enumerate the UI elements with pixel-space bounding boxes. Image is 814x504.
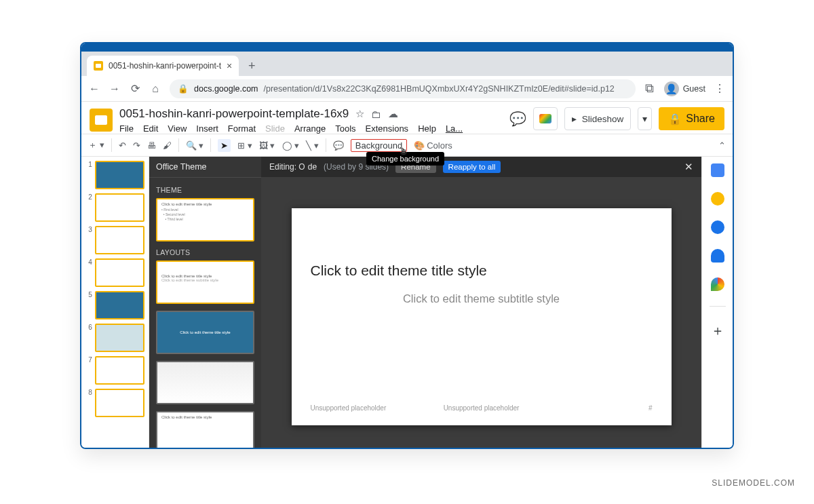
reload-icon[interactable]: ⟳ bbox=[129, 82, 141, 95]
footer-placeholder-left[interactable]: Unsupported placeholder bbox=[311, 404, 387, 412]
menu-insert[interactable]: Insert bbox=[196, 123, 218, 134]
maps-icon[interactable] bbox=[711, 277, 724, 291]
profile-chip[interactable]: 👤 Guest bbox=[664, 81, 705, 96]
avatar-icon: 👤 bbox=[664, 81, 679, 96]
format-toolbar: ＋ ▾ ↶ ↷ 🖶 🖌 🔍 ▾ ➤ ⊞ ▾ 🖼 ▾ ◯ ▾ ╲ ▾ 💬 Back… bbox=[81, 134, 733, 157]
doc-header: 0051-hoshin-kanri-powerpoint-template-16… bbox=[81, 102, 733, 134]
browser-tab[interactable]: 0051-hoshin-kanri-powerpoint-t × bbox=[87, 56, 239, 76]
master-thumb[interactable]: Click to edit theme title style • First … bbox=[156, 198, 254, 241]
undo-icon[interactable]: ↶ bbox=[119, 140, 126, 151]
new-tab-button[interactable]: + bbox=[243, 57, 260, 75]
layout-thumb[interactable]: Click to edit theme title style Click to… bbox=[156, 260, 254, 304]
theme-panel: Office Theme THEME Click to edit theme t… bbox=[149, 157, 261, 449]
keep-icon[interactable] bbox=[711, 192, 724, 206]
menu-tools[interactable]: Tools bbox=[335, 123, 355, 134]
editing-label-suffix: de bbox=[308, 162, 317, 172]
minimize-icon[interactable]: — bbox=[745, 46, 753, 57]
layout-thumb[interactable]: Click to edit theme title style bbox=[156, 311, 254, 354]
browser-toolbar: ← → ⟳ ⌂ 🔒 docs.google.com /presentation/… bbox=[81, 76, 733, 102]
slideshow-button[interactable]: ▸ Slideshow bbox=[564, 107, 632, 130]
textbox-tool-icon[interactable]: ⊞ ▾ bbox=[237, 140, 252, 151]
line-tool-icon[interactable]: ╲ ▾ bbox=[306, 140, 319, 151]
menu-edit[interactable]: Edit bbox=[143, 123, 158, 134]
menu-format[interactable]: Format bbox=[228, 123, 256, 134]
subtitle-placeholder[interactable]: Click to edit theme subtitle style bbox=[311, 292, 653, 305]
menu-bar: File Edit View Insert Format Slide Arran… bbox=[119, 123, 503, 134]
menu-arrange[interactable]: Arrange bbox=[294, 123, 326, 134]
theme-panel-title: Office Theme bbox=[149, 157, 261, 178]
back-icon[interactable]: ← bbox=[88, 83, 100, 95]
footer-placeholder-center[interactable]: Unsupported placeholder bbox=[444, 404, 520, 412]
menu-file[interactable]: File bbox=[119, 123, 134, 134]
browser-window: 0051-hoshin-kanri-powerpoint-t × + ← → ⟳… bbox=[80, 42, 734, 449]
guest-label: Guest bbox=[683, 84, 705, 94]
collapse-toolbar-icon[interactable]: ⌃ bbox=[718, 140, 726, 151]
slideshow-dropdown[interactable]: ▾ bbox=[638, 107, 652, 130]
select-tool-icon[interactable]: ➤ bbox=[218, 139, 231, 152]
layout-thumb[interactable] bbox=[156, 361, 254, 404]
redo-icon[interactable]: ↷ bbox=[133, 140, 140, 151]
reapply-all-button[interactable]: Reapply to all bbox=[443, 161, 501, 173]
menu-slide[interactable]: Slide bbox=[265, 123, 285, 134]
comments-icon[interactable]: 💬 bbox=[509, 111, 526, 127]
paint-format-icon[interactable]: 🖌 bbox=[163, 140, 172, 151]
slides-app-icon[interactable] bbox=[90, 109, 113, 132]
lock-icon: 🔒 bbox=[668, 113, 682, 125]
star-icon[interactable]: ☆ bbox=[355, 108, 364, 120]
install-app-icon[interactable]: ⧉ bbox=[644, 81, 656, 96]
theme-colors-button[interactable]: 🎨 Colors bbox=[414, 140, 452, 151]
print-icon[interactable]: 🖶 bbox=[147, 140, 156, 151]
meet-button[interactable] bbox=[533, 107, 558, 130]
close-theme-editor-icon[interactable]: ✕ bbox=[684, 161, 693, 173]
image-tool-icon[interactable]: 🖼 ▾ bbox=[259, 140, 275, 151]
slide-thumb[interactable] bbox=[95, 389, 144, 417]
slide-filmstrip[interactable]: 1 2 3 4 5 6 7 8 bbox=[81, 157, 149, 449]
menu-help[interactable]: Help bbox=[418, 123, 436, 134]
tasks-icon[interactable] bbox=[711, 220, 724, 234]
lock-icon: 🔒 bbox=[178, 83, 189, 94]
menu-extensions[interactable]: Extensions bbox=[366, 123, 409, 134]
background-button[interactable]: Background bbox=[351, 139, 407, 152]
footer-placeholder-right[interactable]: # bbox=[648, 404, 653, 412]
layouts-section-label: LAYOUTS bbox=[156, 248, 254, 256]
slide-thumb[interactable] bbox=[95, 291, 144, 319]
slide-canvas[interactable]: Click to edit theme title style Click to… bbox=[292, 208, 672, 425]
cloud-status-icon[interactable]: ☁ bbox=[388, 108, 398, 120]
address-bar[interactable]: 🔒 docs.google.com /presentation/d/1Vs8x2… bbox=[170, 79, 636, 98]
contacts-icon[interactable] bbox=[711, 249, 724, 263]
share-label: Share bbox=[686, 113, 715, 125]
title-placeholder[interactable]: Click to edit theme title style bbox=[311, 263, 653, 279]
kebab-menu-icon[interactable]: ⋮ bbox=[714, 82, 726, 95]
new-slide-button[interactable]: ＋ ▾ bbox=[88, 139, 104, 151]
shape-tool-icon[interactable]: ◯ ▾ bbox=[282, 140, 300, 151]
doc-title[interactable]: 0051-hoshin-kanri-powerpoint-template-16… bbox=[119, 107, 349, 121]
close-tab-icon[interactable]: × bbox=[227, 60, 232, 71]
side-panel-rail: ＋ › bbox=[701, 157, 733, 449]
layout-thumb[interactable]: Click to edit theme title style bbox=[156, 411, 254, 449]
watermark: SLIDEMODEL.COM bbox=[712, 478, 795, 488]
slide-thumb[interactable] bbox=[95, 258, 144, 287]
tooltip: Change background bbox=[366, 152, 444, 166]
zoom-dropdown[interactable]: 🔍 ▾ bbox=[186, 140, 204, 151]
slide-thumb[interactable] bbox=[95, 161, 144, 189]
slides-favicon-icon bbox=[94, 61, 103, 71]
tab-strip: 0051-hoshin-kanri-powerpoint-t × + bbox=[81, 52, 733, 76]
move-icon[interactable]: 🗀 bbox=[371, 109, 381, 120]
maximize-icon[interactable]: ▢ bbox=[771, 46, 779, 57]
share-button[interactable]: 🔒 Share bbox=[659, 107, 724, 130]
tab-title: 0051-hoshin-kanri-powerpoint-t bbox=[109, 61, 221, 71]
forward-icon[interactable]: → bbox=[109, 83, 121, 95]
close-window-icon[interactable]: ✕ bbox=[796, 46, 805, 57]
slide-thumb[interactable] bbox=[95, 356, 144, 385]
url-host: docs.google.com bbox=[194, 84, 258, 94]
add-addon-icon[interactable]: ＋ bbox=[711, 322, 724, 340]
slide-thumb[interactable] bbox=[95, 324, 144, 352]
menu-view[interactable]: View bbox=[168, 123, 187, 134]
theme-section-label: THEME bbox=[156, 186, 254, 194]
home-icon[interactable]: ⌂ bbox=[149, 83, 161, 95]
calendar-icon[interactable] bbox=[711, 163, 724, 177]
slide-thumb[interactable] bbox=[95, 226, 144, 254]
menu-last-edit[interactable]: La... bbox=[446, 123, 463, 134]
slide-thumb[interactable] bbox=[95, 193, 144, 222]
comment-insert-icon[interactable]: 💬 bbox=[333, 140, 344, 151]
